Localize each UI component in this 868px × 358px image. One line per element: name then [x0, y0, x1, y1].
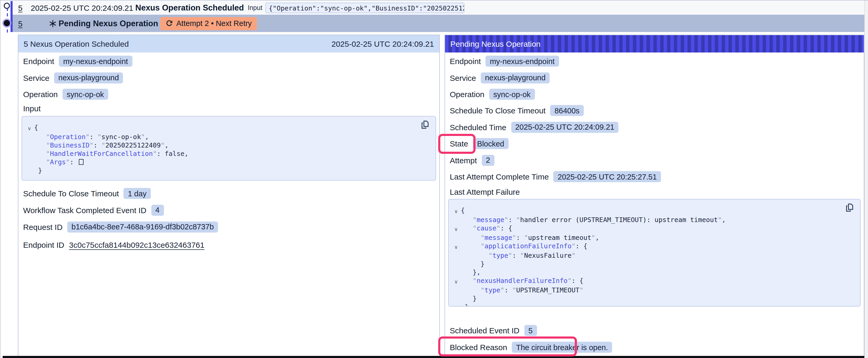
input-json-viewer: ∨{ "Operation": "sync-op-ok", "BusinessI…: [22, 116, 436, 181]
field-label: Schedule To Close Timeout: [23, 189, 119, 198]
field-label: State: [450, 139, 468, 148]
field-row-operation: Operation sync-op-ok: [450, 86, 859, 102]
collapse-chevron-icon[interactable]: ∨: [451, 242, 461, 252]
json-gutter: [451, 268, 461, 276]
json-code-text: }: [461, 303, 469, 306]
field-row-state: State Blocked: [450, 135, 859, 152]
json-line: }: [451, 294, 855, 303]
field-row-workflow-task-completed-event-id: Workflow Task Completed Event ID 4: [23, 202, 435, 218]
field-value-badge: 86400s: [550, 105, 584, 116]
json-gutter: [25, 141, 34, 150]
state-value-badge: Blocked: [473, 138, 508, 149]
json-code-text: {: [461, 206, 465, 216]
json-code-text: "message": "upstream timeout",: [461, 234, 599, 242]
field-label: Service: [450, 73, 476, 82]
field-value-badge: my-nexus-endpoint: [59, 56, 132, 67]
json-code-text: "applicationFailureInfo": {: [461, 242, 587, 252]
field-label: Operation: [450, 90, 485, 99]
field-row-request-id: Request ID b1c6a4bc-8ee7-468a-9169-df3b0…: [23, 219, 435, 235]
field-value-badge: nexus-playground: [54, 72, 123, 83]
json-code-text: },: [461, 268, 480, 276]
event-id-link[interactable]: 5: [18, 3, 23, 12]
field-value-badge: 1 day: [124, 188, 151, 199]
json-gutter: [451, 303, 461, 306]
field-row-last-attempt-failure-label: Last Attempt Failure: [450, 186, 859, 197]
field-row-endpoint: Endpoint my-nexus-endpoint: [450, 53, 859, 69]
json-line: ∨ "cause": {: [451, 224, 855, 234]
field-label: Endpoint: [23, 57, 54, 66]
json-code-text: "type": "NexusFailure": [461, 252, 576, 260]
event-detail-panel-scheduled: 5 Nexus Operation Scheduled 2025-02-25 U…: [18, 35, 440, 356]
field-label: Schedule To Close Timeout: [450, 106, 546, 115]
panel-header-scheduled: 5 Nexus Operation Scheduled 2025-02-25 U…: [19, 35, 439, 53]
panel-title: 5 Nexus Operation Scheduled: [24, 39, 129, 48]
json-gutter: [451, 234, 461, 242]
json-gutter: [25, 158, 34, 166]
field-row-last-attempt-complete-time: Last Attempt Complete Time 2025-02-25 UT…: [450, 168, 859, 185]
timeline-event-dot-open: [3, 2, 10, 9]
copy-button[interactable]: [845, 203, 854, 212]
json-line: }: [451, 260, 855, 268]
json-gutter: [25, 166, 34, 175]
copy-button[interactable]: [421, 120, 429, 129]
json-code-text: }: [461, 260, 485, 268]
json-gutter: [451, 252, 461, 260]
timeline-event-dot-current: [4, 20, 10, 26]
field-row-service: Service nexus-playground: [450, 70, 859, 86]
panel-title: Pending Nexus Operation: [450, 39, 541, 48]
field-row-service: Service nexus-playground: [23, 70, 435, 86]
failure-json-viewer: ∨{ "message": "handler error (UPSTREAM_T…: [448, 199, 861, 306]
field-label: Request ID: [23, 222, 63, 231]
nexus-asterisk-icon: [49, 20, 57, 27]
selected-row-accent-bar: [10, 1, 12, 32]
json-code-text: "Args":: [34, 158, 84, 166]
json-line: ∨ "nexusHandlerFailureInfo": {: [451, 276, 855, 286]
json-code-text: "HandlerWaitForCancellation": false,: [34, 150, 188, 158]
json-code-text: "cause": {: [461, 224, 512, 234]
field-value-badge: my-nexus-endpoint: [486, 56, 559, 67]
field-value-badge: sync-op-ok: [489, 89, 535, 100]
json-code-text: }: [461, 294, 476, 303]
collapse-chevron-icon[interactable]: ∨: [25, 123, 34, 133]
field-row-endpoint-id: Endpoint ID 3c0c75ccfa8144b092c13ce63246…: [23, 236, 435, 253]
json-gutter: [451, 294, 461, 303]
json-gutter: [25, 133, 34, 141]
json-line: "BusinessID": "20250225122409",: [25, 141, 430, 150]
json-code-text: "type": "UPSTREAM_TIMEOUT": [461, 286, 584, 294]
field-value-badge: 2: [482, 155, 494, 166]
collapse-chevron-icon[interactable]: ∨: [451, 276, 461, 286]
event-id-link[interactable]: 5: [18, 19, 23, 28]
scrollbar-track[interactable]: [864, 1, 868, 358]
event-title: Nexus Operation Scheduled: [135, 3, 244, 12]
event-row-pending-nexus-operation[interactable]: 5 Pending Nexus Operation Attempt 2 • Ne…: [12, 15, 865, 32]
field-label: Operation: [23, 90, 58, 99]
field-label: Scheduled Time: [450, 123, 506, 131]
field-row-scheduled-time: Scheduled Time 2025-02-25 UTC 20:24:09.2…: [450, 119, 859, 135]
input-preview-badge[interactable]: {"Operation":"sync-op-ok","BusinessID":"…: [265, 3, 464, 13]
field-label: Endpoint ID: [23, 240, 64, 249]
json-line: "Operation": "sync-op-ok",: [25, 133, 430, 141]
json-line: "type": "NexusFailure": [451, 252, 855, 260]
input-label: Input: [248, 4, 262, 11]
attempt-retry-label: Attempt 2 • Next Retry: [176, 19, 252, 28]
json-code-text: "nexusHandlerFailureInfo": {: [461, 276, 584, 286]
json-line: "message": "handler error (UPSTREAM_TIME…: [451, 216, 855, 224]
details-bottom-border: [3, 356, 865, 358]
field-value-badge: 2025-02-25 UTC 20:25:27.51: [554, 171, 661, 182]
field-row-scheduled-event-id: Scheduled Event ID 5: [450, 322, 859, 338]
collapse-chevron-icon[interactable]: ∨: [451, 224, 461, 234]
json-line: ∨{: [25, 123, 430, 133]
json-code-text: }: [34, 166, 42, 175]
endpoint-id-link[interactable]: 3c0c75ccfa8144b092c13ce632463761: [69, 240, 205, 249]
json-line: ∨{: [451, 206, 855, 216]
json-line: "Args":: [25, 158, 430, 166]
field-value-badge: nexus-playground: [481, 72, 550, 83]
collapse-chevron-icon[interactable]: ∨: [451, 206, 461, 216]
event-row-nexus-operation-scheduled[interactable]: 5 2025-02-25 UTC 20:24:09.21 Nexus Opera…: [12, 1, 865, 15]
field-row-schedule-to-close-timeout: Schedule To Close Timeout 1 day: [23, 185, 435, 202]
json-code-text: "Operation": "sync-op-ok",: [34, 133, 149, 141]
json-gutter: [25, 150, 34, 158]
field-label: Service: [23, 73, 50, 82]
field-row-operation: Operation sync-op-ok: [23, 86, 435, 102]
field-label: Workflow Task Completed Event ID: [23, 205, 146, 215]
